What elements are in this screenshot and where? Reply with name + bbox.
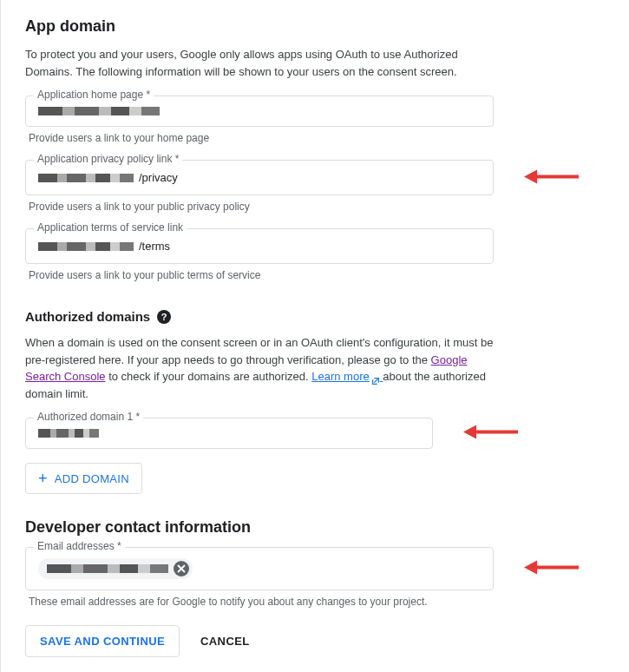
- privacy-policy-field[interactable]: Application privacy policy link * /priva…: [25, 160, 494, 195]
- app-domain-description: To protect you and your users, Google on…: [25, 46, 494, 80]
- terms-of-service-field[interactable]: Application terms of service link /terms: [25, 228, 494, 264]
- arrow-annotation-icon: [459, 422, 520, 445]
- developer-contact-title: Developer contact information: [25, 518, 605, 537]
- redacted-content: [38, 242, 134, 251]
- plus-icon: +: [38, 471, 48, 486]
- button-row: SAVE AND CONTINUE CANCEL: [25, 625, 605, 657]
- redacted-content: [38, 107, 160, 115]
- email-addresses-helper: These email addresses are for Google to …: [29, 596, 497, 608]
- authorized-domains-title: Authorized domains ?: [25, 309, 605, 324]
- arrow-annotation-icon: [520, 166, 580, 189]
- home-page-helper: Provide users a link to your home page: [29, 132, 497, 144]
- external-link-icon: [371, 373, 380, 382]
- home-page-label: Application home page *: [34, 89, 154, 101]
- authorized-domain-1-label: Authorized domain 1 *: [34, 411, 143, 423]
- email-chip: [38, 558, 193, 579]
- learn-more-link[interactable]: Learn more: [311, 370, 383, 383]
- redacted-content: [38, 174, 134, 182]
- arrow-annotation-icon: [520, 557, 580, 581]
- privacy-policy-label: Application privacy policy link *: [34, 153, 182, 165]
- authorized-domain-1-field[interactable]: Authorized domain 1 *: [25, 418, 433, 449]
- privacy-policy-value: /privacy: [139, 171, 178, 184]
- terms-of-service-value: /terms: [139, 240, 170, 253]
- email-addresses-field[interactable]: Email addresses *: [25, 547, 494, 590]
- chip-remove-icon[interactable]: [174, 561, 189, 576]
- redacted-content: [47, 564, 168, 573]
- authorized-domains-description: When a domain is used on the consent scr…: [25, 334, 494, 402]
- add-domain-button[interactable]: + ADD DOMAIN: [25, 463, 142, 494]
- terms-of-service-helper: Provide users a link to your public term…: [29, 269, 497, 281]
- redacted-content: [38, 429, 99, 438]
- help-icon[interactable]: ?: [157, 310, 171, 324]
- terms-of-service-label: Application terms of service link: [34, 221, 187, 234]
- save-and-continue-button[interactable]: SAVE AND CONTINUE: [25, 625, 180, 657]
- email-addresses-label: Email addresses *: [34, 540, 125, 552]
- home-page-field[interactable]: Application home page *: [25, 96, 494, 127]
- privacy-policy-helper: Provide users a link to your public priv…: [29, 201, 497, 213]
- cancel-button[interactable]: CANCEL: [200, 635, 250, 648]
- app-domain-title: App domain: [25, 17, 605, 36]
